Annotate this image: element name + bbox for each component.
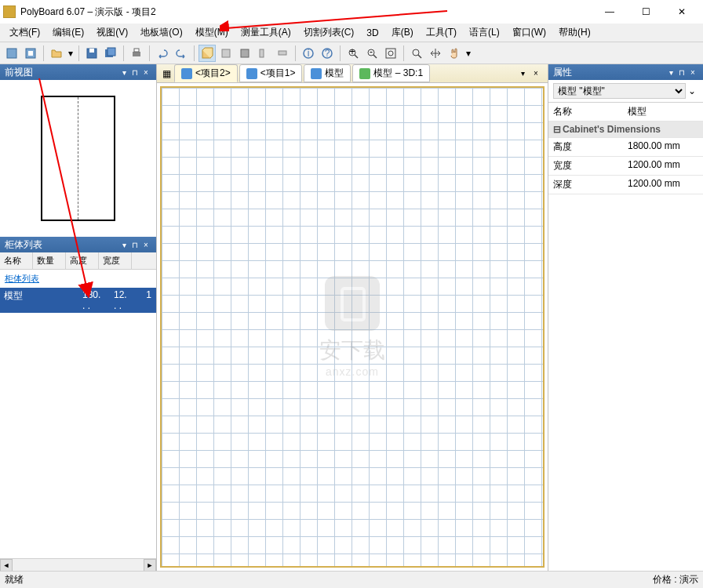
- panel-dropdown-icon[interactable]: ▾: [118, 67, 129, 78]
- properties-panel-header: 属性 ▾ ⊓ ×: [548, 64, 703, 80]
- undo-button[interactable]: [154, 45, 171, 62]
- view-back-button[interactable]: [236, 45, 253, 62]
- panel-close-icon[interactable]: ×: [140, 239, 151, 250]
- svg-point-25: [388, 51, 393, 56]
- info-button[interactable]: i: [300, 45, 317, 62]
- scroll-left-icon[interactable]: ◄: [0, 559, 13, 571]
- col-height[interactable]: 高度: [66, 252, 99, 269]
- toolbar-separator: [194, 45, 195, 61]
- cabinet-list-row[interactable]: 模型 180. . . 12. . . 1: [0, 288, 156, 313]
- zoom-window-button[interactable]: [408, 45, 425, 62]
- property-row-depth[interactable]: 深度 1200.00 mm: [548, 176, 703, 194]
- view-side-button[interactable]: [255, 45, 272, 62]
- zoom-fit-button[interactable]: [382, 45, 399, 62]
- menu-library[interactable]: 库(B): [385, 24, 420, 41]
- new-project-button[interactable]: [3, 45, 20, 62]
- save-all-button[interactable]: [102, 45, 119, 62]
- app-icon: [3, 5, 16, 18]
- col-qty[interactable]: 数量: [33, 252, 66, 269]
- save-button[interactable]: [83, 45, 100, 62]
- tab-dropdown-icon[interactable]: ▾: [521, 69, 532, 78]
- hand-dropdown[interactable]: ▾: [464, 45, 472, 62]
- menu-help[interactable]: 帮助(H): [552, 24, 597, 41]
- svg-rect-10: [222, 49, 230, 57]
- titlebar: PolyBoard 6.07 – 演示版 - 项目2 — ☐ ✕: [0, 0, 703, 24]
- center-column: ▦ <项目2> <项目1> 模型 模型 – 3D:1 ▾ ×: [157, 64, 548, 571]
- window-controls: — ☐ ✕: [592, 0, 700, 24]
- open-button[interactable]: [48, 45, 65, 62]
- cabinet-list-link[interactable]: 柜体列表: [0, 270, 156, 288]
- prop-label: 深度: [553, 178, 628, 191]
- right-column: 属性 ▾ ⊓ × 模型 "模型" ⌄ 名称 模型 ⊟ Cabinet's Dim…: [548, 64, 703, 571]
- project-icon: [181, 68, 192, 79]
- menu-language[interactable]: 语言(L): [463, 24, 506, 41]
- tab-model[interactable]: 模型: [304, 64, 351, 82]
- toolbar-separator: [78, 45, 79, 61]
- view-3d-button[interactable]: [199, 45, 216, 62]
- open-dropdown[interactable]: ▾: [67, 45, 75, 62]
- property-selector[interactable]: 模型 "模型": [553, 83, 686, 99]
- menu-file[interactable]: 文档(F): [3, 24, 46, 41]
- project-icon: [246, 68, 257, 79]
- help-button[interactable]: ?: [319, 45, 336, 62]
- statusbar: 就绪 价格 : 演示: [0, 571, 703, 588]
- svg-rect-11: [241, 49, 249, 57]
- pan-button[interactable]: [427, 45, 444, 62]
- close-button[interactable]: ✕: [664, 0, 700, 24]
- menu-3d[interactable]: 3D: [360, 26, 384, 40]
- panel-pin-icon[interactable]: ⊓: [129, 67, 140, 78]
- redo-button[interactable]: [173, 45, 190, 62]
- toolbar: ▾ i ? + - ▾: [0, 42, 703, 64]
- svg-line-27: [418, 55, 421, 58]
- print-button[interactable]: [128, 45, 145, 62]
- svg-point-26: [413, 49, 419, 56]
- panel-close-icon[interactable]: ×: [140, 67, 151, 78]
- panel-dropdown-icon[interactable]: ▾: [118, 239, 129, 250]
- frontview-canvas[interactable]: [0, 80, 156, 237]
- zoom-out-button[interactable]: -: [363, 45, 381, 62]
- col-width[interactable]: 宽度: [99, 252, 132, 269]
- scroll-right-icon[interactable]: ►: [144, 559, 156, 571]
- menu-view[interactable]: 视图(V): [90, 24, 134, 41]
- view-top-button[interactable]: [274, 45, 291, 62]
- menu-cutlist[interactable]: 切割列表(C): [297, 24, 361, 41]
- tab-project1[interactable]: <项目1>: [239, 64, 303, 82]
- svg-text:+: +: [349, 47, 355, 57]
- cabinet-door-left: [42, 97, 78, 220]
- left-column: 前视图 ▾ ⊓ × 柜体列表 ▾ ⊓ × 名称 数量 高度 宽度 柜体: [0, 64, 157, 571]
- menu-edit[interactable]: 编辑(E): [46, 24, 90, 41]
- panel-pin-icon[interactable]: ⊓: [129, 239, 140, 250]
- tabs-menu-icon[interactable]: ▦: [160, 67, 173, 80]
- view-front-button[interactable]: [217, 45, 235, 62]
- new-model-button[interactable]: [22, 45, 39, 62]
- menu-model[interactable]: 模型(M): [189, 24, 235, 41]
- panel-dropdown-icon[interactable]: ▾: [665, 67, 676, 78]
- tab-project2[interactable]: <项目2>: [174, 64, 238, 82]
- toolbar-separator: [340, 45, 341, 61]
- zoom-in-button[interactable]: +: [344, 45, 362, 62]
- maximize-button[interactable]: ☐: [628, 0, 664, 24]
- panel-pin-icon[interactable]: ⊓: [676, 67, 687, 78]
- menu-floor[interactable]: 地板墙(O): [134, 24, 188, 41]
- design-canvas[interactable]: 安下载 anxz.com: [160, 86, 545, 568]
- document-tabs: ▦ <项目2> <项目1> 模型 模型 – 3D:1 ▾ ×: [157, 64, 548, 83]
- property-row-height[interactable]: 高度 1800.00 mm: [548, 138, 703, 157]
- tab-model-3d[interactable]: 模型 – 3D:1: [352, 64, 430, 82]
- collapse-icon[interactable]: ⊟: [553, 124, 563, 135]
- minimize-button[interactable]: —: [592, 0, 628, 24]
- menu-window[interactable]: 窗口(W): [506, 24, 552, 41]
- prop-label: 宽度: [553, 159, 628, 172]
- property-row-name[interactable]: 名称 模型: [548, 103, 703, 122]
- tab-close-icon[interactable]: ×: [534, 69, 545, 78]
- panel-close-icon[interactable]: ×: [687, 67, 698, 78]
- hand-button[interactable]: [446, 45, 463, 62]
- menu-tool[interactable]: 工具(T): [420, 24, 463, 41]
- property-section-dimensions[interactable]: ⊟ Cabinet's Dimensions: [548, 122, 703, 138]
- col-spacer: [132, 252, 156, 269]
- property-row-width[interactable]: 宽度 1200.00 mm: [548, 157, 703, 176]
- col-name[interactable]: 名称: [0, 252, 33, 269]
- cabinet-list-scrollbar[interactable]: ◄ ►: [0, 558, 156, 571]
- menu-measure[interactable]: 测量工具(A): [235, 24, 297, 41]
- chevron-down-icon[interactable]: ⌄: [686, 85, 698, 96]
- scroll-track[interactable]: [13, 559, 144, 571]
